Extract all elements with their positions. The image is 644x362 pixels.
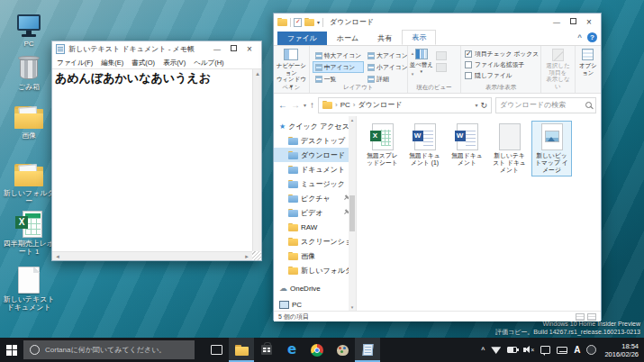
checkbox-icon[interactable] xyxy=(465,61,472,68)
new-folder-qat-icon[interactable] xyxy=(304,18,314,26)
nav-item-raw[interactable]: RAW xyxy=(274,220,349,234)
breadcrumb[interactable]: › PC › ダウンロード ▾ ↻ xyxy=(318,97,492,113)
taskbar-store[interactable] xyxy=(254,338,279,362)
explorer-titlebar[interactable]: ▾ ダウンロード — × xyxy=(274,14,601,31)
desktop-icon-new-text-document[interactable]: 新しいテキスト ドキュメント xyxy=(0,267,58,312)
cortana-search-input[interactable]: Cortanaに何か聞いてみてください。 xyxy=(23,340,195,359)
nav-item-videos[interactable]: ビデオ xyxy=(274,205,349,220)
layout-medium-icons-selected[interactable]: 中アイコン xyxy=(313,61,364,73)
address-dropdown-icon[interactable]: ▾ xyxy=(475,102,477,108)
ribbon-collapse-icon[interactable]: ^ xyxy=(577,33,582,41)
windows-defender-icon[interactable] xyxy=(586,345,596,355)
nav-item-pc[interactable]: PC xyxy=(274,297,349,312)
menu-view[interactable]: 表示(V) xyxy=(163,59,186,68)
nav-item-documents[interactable]: ドキュメント xyxy=(274,162,349,176)
taskbar-clock[interactable]: 18:54 2016/02/26 xyxy=(603,342,639,358)
hidden-files-option[interactable]: 隠しファイル xyxy=(465,70,539,81)
options-button[interactable]: オプション xyxy=(577,49,599,76)
crumb-separator: › xyxy=(335,101,338,109)
nav-item-screenshots[interactable]: スクリーンショット xyxy=(274,234,349,249)
item-checkboxes-option[interactable]: 項目チェック ボックス xyxy=(465,49,539,59)
notepad-titlebar[interactable]: 新しいテキスト ドキュメント - メモ帳 — × xyxy=(52,41,261,57)
desktop-icon-images-folder[interactable]: 画像 xyxy=(0,106,58,140)
menu-format[interactable]: 書式(O) xyxy=(132,59,155,68)
file-item-spreadsheet[interactable]: X 無題スプレッドシート xyxy=(362,121,403,169)
nav-pane-scrollbar[interactable]: ▴ ▾ xyxy=(349,116,356,311)
menu-help[interactable]: ヘルプ(H) xyxy=(194,59,223,68)
nav-quick-access[interactable]: ★ クイック アクセス xyxy=(274,119,349,133)
minimize-icon[interactable]: — xyxy=(549,16,565,29)
file-extensions-option[interactable]: ファイル名拡張子 xyxy=(465,59,539,70)
scroll-left-icon[interactable]: ◂ xyxy=(53,252,62,261)
thumbnail-view-toggle-icon[interactable] xyxy=(587,313,596,321)
scroll-up-icon[interactable]: ▴ xyxy=(253,69,262,78)
tab-home[interactable]: ホーム xyxy=(328,32,367,45)
breadcrumb-pc[interactable]: PC xyxy=(340,101,350,109)
file-list[interactable]: X 無題スプレッドシート W 無題ドキュメント (1) W 無題ドキュメント 新… xyxy=(357,116,601,311)
battery-icon[interactable] xyxy=(507,347,517,353)
close-icon[interactable]: × xyxy=(241,43,258,56)
show-hidden-icons-chevron[interactable]: ^ xyxy=(481,347,485,353)
scroll-right-icon[interactable]: ▸ xyxy=(242,252,251,261)
close-icon[interactable]: × xyxy=(581,16,597,29)
maximize-icon[interactable] xyxy=(225,43,241,56)
ime-mode-indicator[interactable]: A xyxy=(574,345,580,355)
nav-item-music[interactable]: ミュージック xyxy=(274,176,349,191)
volume-muted-icon[interactable]: × xyxy=(523,346,534,354)
nav-item-pictures[interactable]: ピクチャ xyxy=(274,191,349,205)
nav-item-images[interactable]: 画像 xyxy=(274,249,349,263)
scroll-up-icon[interactable]: ▴ xyxy=(351,117,354,122)
search-input[interactable]: ダウンロードの検索 xyxy=(495,97,596,113)
file-item-document[interactable]: W 無題ドキュメント xyxy=(447,121,487,169)
action-center-icon[interactable] xyxy=(540,346,550,354)
layout-large-icons[interactable]: 大アイコン xyxy=(365,50,411,61)
layout-extra-large-icons[interactable]: 特大アイコン xyxy=(313,50,364,61)
touch-keyboard-icon[interactable] xyxy=(557,347,567,354)
tab-share[interactable]: 共有 xyxy=(368,32,401,45)
nav-item-downloads-selected[interactable]: ダウンロード xyxy=(274,148,349,162)
sort-by-button[interactable]: 並べ替え ▾ xyxy=(410,49,433,84)
desktop-icon-pc[interactable]: PC xyxy=(0,14,58,48)
tab-file[interactable]: ファイル xyxy=(277,32,327,45)
taskbar-chrome[interactable] xyxy=(304,338,330,362)
layout-small-icons[interactable]: 小アイコン xyxy=(365,61,411,73)
task-view-button[interactable] xyxy=(204,338,229,362)
horizontal-scrollbar[interactable]: ◂ ▸ xyxy=(52,251,252,260)
desktop-icon-recycle-bin[interactable]: ごみ箱 xyxy=(0,54,58,91)
breadcrumb-downloads[interactable]: ダウンロード xyxy=(358,100,402,110)
customize-qat-dropdown-icon[interactable]: ▾ xyxy=(317,19,320,25)
minimize-icon[interactable]: — xyxy=(209,43,225,56)
file-item-bitmap-selected[interactable]: 新しいビットマップ イメージ xyxy=(531,121,572,176)
properties-qat-icon[interactable] xyxy=(294,18,302,27)
resize-grip[interactable] xyxy=(252,251,261,260)
desktop-icon-excel-report[interactable]: X 四半期売上レポート 1 xyxy=(0,211,58,256)
taskbar-notepad[interactable] xyxy=(355,338,380,362)
scroll-down-icon[interactable]: ▾ xyxy=(351,304,354,310)
details-view-toggle-icon[interactable] xyxy=(576,313,585,321)
desktop-icon-new-folder[interactable]: 新しいフォルダー xyxy=(0,164,58,205)
start-button[interactable] xyxy=(0,338,23,362)
help-icon[interactable]: ? xyxy=(587,32,597,42)
scrollbar-thumb[interactable] xyxy=(349,195,355,231)
taskbar-edge[interactable]: e xyxy=(279,338,304,362)
nav-item-onedrive[interactable]: ☁ OneDrive xyxy=(274,281,349,295)
checkbox-checked-icon[interactable] xyxy=(465,50,472,58)
notepad-text-area[interactable]: あめんぼあかいなあいうえお xyxy=(52,69,252,251)
taskbar-file-explorer[interactable] xyxy=(229,338,254,362)
nav-item-new-folder[interactable]: 新しいフォルダー xyxy=(274,263,349,277)
tab-view[interactable]: 表示 xyxy=(402,30,436,45)
back-button[interactable]: ← xyxy=(278,101,287,110)
file-item-document-1[interactable]: W 無題ドキュメント (1) xyxy=(404,121,445,169)
vertical-scrollbar[interactable]: ▴ xyxy=(252,69,261,251)
recent-locations-dropdown-icon[interactable]: ▾ xyxy=(304,101,306,110)
nav-item-desktop[interactable]: デスクトップ xyxy=(274,133,349,148)
menu-file[interactable]: ファイル(F) xyxy=(57,59,93,68)
taskbar-paint[interactable] xyxy=(330,338,355,362)
menu-edit[interactable]: 編集(E) xyxy=(101,59,123,68)
refresh-icon[interactable]: ↻ xyxy=(480,101,487,110)
checkbox-icon[interactable] xyxy=(465,72,472,79)
file-item-text-document[interactable]: 新しいテキスト ドキュメント xyxy=(489,121,530,176)
network-icon[interactable] xyxy=(491,346,501,354)
maximize-icon[interactable] xyxy=(565,16,581,29)
up-button[interactable]: ↑ xyxy=(310,101,314,110)
